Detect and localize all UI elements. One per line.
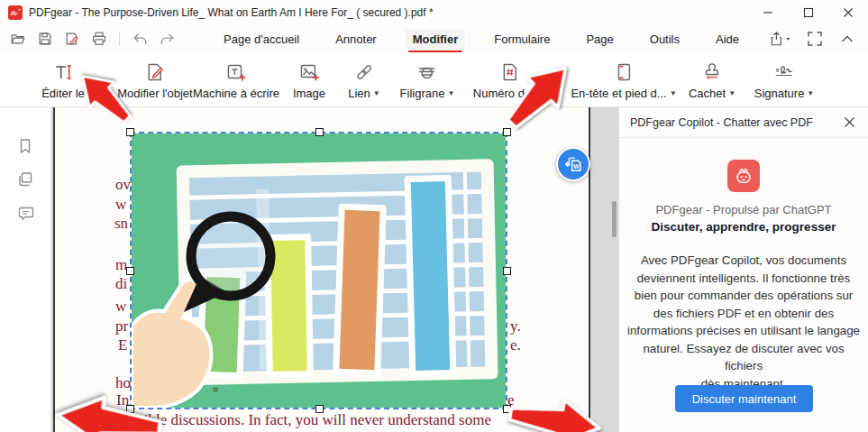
- tab-outils[interactable]: Outils: [643, 29, 687, 50]
- modify-object-icon: [144, 60, 166, 83]
- link-button[interactable]: Lien▼: [348, 60, 380, 100]
- page-number-icon: [499, 60, 521, 83]
- left-sidebar: [0, 107, 51, 432]
- selected-image[interactable]: [130, 132, 507, 409]
- tab-aide[interactable]: Aide: [708, 29, 746, 50]
- share-icon[interactable]: [767, 30, 792, 48]
- edit-toolbar: Éditer le Modifier l'objet Machine à écr…: [0, 52, 868, 107]
- copilot-description: Avec PDFgear Copilot, vos documents devi…: [626, 252, 861, 392]
- resize-handle[interactable]: [315, 405, 324, 413]
- doc-text-fragment: w: [115, 196, 126, 214]
- save-icon[interactable]: [36, 30, 54, 48]
- chevron-down-icon: ▼: [447, 89, 454, 97]
- undo-icon[interactable]: [131, 30, 149, 48]
- link-icon: [353, 60, 375, 83]
- copilot-tagline: Discuter, apprendre, progresser: [619, 220, 868, 234]
- close-button[interactable]: [830, 0, 866, 25]
- redo-icon[interactable]: [158, 30, 176, 48]
- edit-text-icon: [52, 60, 74, 83]
- pdfgear-window: PDFgear - The Purpose-Driven Life_ What …: [0, 0, 868, 432]
- watermark-button[interactable]: Filigrane▼: [400, 60, 455, 100]
- copilot-subtitle: PDFgear - Propulsé par ChatGPT: [619, 203, 868, 216]
- bar-chart-illustration: [132, 133, 506, 408]
- maximize-button[interactable]: [790, 0, 827, 25]
- watermark-icon: [416, 60, 438, 83]
- toolbar-separator: [119, 32, 120, 46]
- convert-to-word-button[interactable]: W: [556, 147, 590, 181]
- document-scrollbar[interactable]: [612, 201, 617, 237]
- doc-text-fragment: e.: [510, 336, 521, 354]
- title-bar: PDFgear - The Purpose-Driven Life_ What …: [0, 0, 868, 25]
- tab-page-daccueil[interactable]: Page d'accueil: [216, 29, 306, 50]
- copilot-panel-title: PDFgear Copilot - Chatter avec PDF: [630, 116, 841, 129]
- print-icon[interactable]: [90, 30, 108, 48]
- chat-now-button[interactable]: Discuter maintenant: [675, 385, 813, 412]
- tab-formulaire[interactable]: Formulaire: [487, 29, 557, 50]
- ribbon-tabs: Page d'accueil Annoter Modifier Formulai…: [216, 25, 746, 52]
- doc-text-fragment: w: [115, 298, 126, 316]
- main-area: ov w sn m di w pr E ho In y. e. e of Bib…: [0, 107, 868, 432]
- chevron-down-icon: ▼: [373, 89, 380, 97]
- doc-text-fragment: ho: [115, 374, 131, 392]
- header-footer-icon: [613, 60, 635, 83]
- comments-icon[interactable]: [16, 204, 34, 222]
- doc-text-fragment: ov: [115, 176, 131, 194]
- typewriter-button[interactable]: Machine à écrire: [193, 60, 279, 100]
- doc-text-fragment: sn: [114, 215, 128, 233]
- doc-text-line: of Bible discussions. In fact, you will …: [117, 411, 491, 429]
- resize-handle[interactable]: [503, 128, 511, 136]
- copilot-panel-header: PDFgear Copilot - Chatter avec PDF: [619, 107, 868, 138]
- resize-handle[interactable]: [503, 405, 511, 413]
- chevron-down-icon: ▼: [728, 89, 736, 97]
- copilot-panel: PDFgear Copilot - Chatter avec PDF PDFge…: [618, 107, 868, 432]
- page-thumbnails-icon[interactable]: [16, 170, 34, 188]
- chevron-down-icon: ▼: [670, 89, 677, 97]
- image-button[interactable]: Image: [293, 60, 325, 100]
- fullscreen-icon[interactable]: [805, 30, 825, 48]
- resize-handle[interactable]: [126, 128, 134, 136]
- doc-text-fragment: pr: [115, 317, 128, 335]
- signature-icon: [772, 60, 796, 83]
- resize-handle[interactable]: [503, 267, 511, 275]
- doc-text-fragment: E: [118, 336, 127, 354]
- doc-text-fragment: y.: [510, 317, 521, 335]
- modify-object-button[interactable]: Modifier l'objet: [117, 60, 192, 100]
- resize-handle[interactable]: [126, 267, 134, 275]
- stamp-icon: [701, 60, 723, 83]
- doc-text-fragment: di: [115, 275, 127, 293]
- header-footer-button[interactable]: En-tête et pied d...▼: [571, 60, 676, 100]
- open-file-icon[interactable]: [9, 30, 27, 48]
- chevron-down-icon: ▼: [807, 89, 814, 97]
- tab-modifier[interactable]: Modifier: [406, 29, 466, 50]
- bookmarks-icon[interactable]: [16, 137, 34, 155]
- close-icon[interactable]: [841, 115, 857, 131]
- tab-page[interactable]: Page: [579, 29, 620, 50]
- edit-text-button[interactable]: Éditer le: [41, 60, 85, 100]
- copilot-robot-icon: [727, 160, 760, 192]
- image-icon: [298, 60, 320, 83]
- pdfgear-logo-icon: [8, 5, 23, 20]
- minimize-button[interactable]: [750, 0, 786, 25]
- signature-button[interactable]: Signature▼: [754, 60, 815, 100]
- window-title: PDFgear - The Purpose-Driven Life_ What …: [29, 6, 434, 19]
- page-number-button[interactable]: Numéro de pa: [473, 60, 547, 100]
- typewriter-icon: [225, 60, 247, 83]
- tab-annoter[interactable]: Annoter: [328, 29, 384, 50]
- resize-handle[interactable]: [126, 405, 134, 413]
- menu-bar: Page d'accueil Annoter Modifier Formulai…: [0, 25, 868, 52]
- svg-text:W: W: [573, 163, 580, 170]
- resize-handle[interactable]: [315, 128, 324, 136]
- collapse-ribbon-icon[interactable]: [837, 30, 857, 48]
- save-as-icon[interactable]: [63, 30, 81, 48]
- document-viewport[interactable]: ov w sn m di w pr E ho In y. e. e of Bib…: [51, 107, 618, 432]
- stamp-button[interactable]: Cachet▼: [689, 60, 736, 100]
